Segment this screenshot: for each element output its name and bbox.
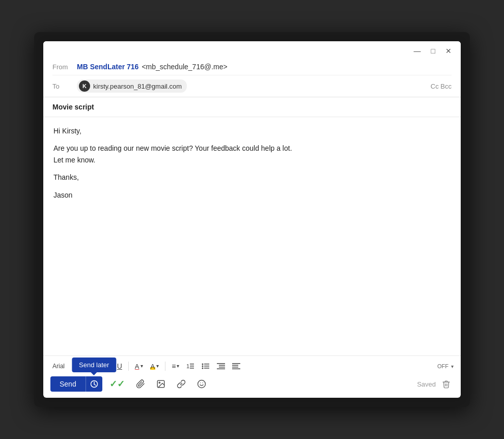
to-field: K kirsty.pearson_81@gmail.com bbox=[77, 79, 431, 93]
emoji-button[interactable] bbox=[193, 376, 210, 392]
svg-point-6 bbox=[202, 368, 204, 369]
indent-decrease-button[interactable] bbox=[214, 360, 228, 372]
font-color-arrow: ▾ bbox=[141, 364, 143, 369]
close-button[interactable]: ✕ bbox=[443, 46, 454, 56]
highlight-color-button[interactable]: A ▾ bbox=[147, 361, 162, 372]
compose-window: — □ ✕ From MB SendLater 716 <mb_schedule… bbox=[43, 41, 461, 398]
send-later-button[interactable]: Send later bbox=[86, 376, 102, 392]
svg-rect-11 bbox=[219, 365, 225, 366]
font-size-select[interactable]: 10 ▾ bbox=[70, 362, 86, 371]
svg-rect-16 bbox=[232, 367, 238, 368]
trash-icon bbox=[442, 380, 451, 389]
recipient-chip[interactable]: K kirsty.pearson_81@gmail.com bbox=[77, 79, 187, 93]
body-signature: Jason bbox=[53, 189, 451, 201]
ordered-list-button[interactable]: 1. bbox=[183, 360, 198, 372]
attachment-button[interactable] bbox=[132, 376, 149, 392]
svg-point-4 bbox=[202, 364, 204, 365]
svg-rect-14 bbox=[232, 363, 240, 364]
svg-rect-17 bbox=[232, 369, 240, 370]
svg-point-22 bbox=[159, 382, 160, 383]
body-closing: Thanks, bbox=[53, 172, 451, 183]
send-label: Send bbox=[60, 380, 76, 388]
emoji-icon bbox=[197, 379, 206, 389]
toolbar-area: Arial 10 ▾ B I U A ▾ A ▾ bbox=[43, 355, 461, 398]
to-label: To bbox=[52, 83, 77, 90]
unordered-list-button[interactable] bbox=[199, 360, 213, 372]
image-icon bbox=[156, 379, 165, 389]
maximize-button[interactable]: □ bbox=[429, 46, 437, 56]
title-bar: — □ ✕ bbox=[43, 41, 461, 59]
svg-rect-2 bbox=[190, 366, 194, 367]
svg-rect-3 bbox=[190, 368, 194, 369]
subject-text: Movie script bbox=[52, 103, 94, 111]
body-greeting: Hi Kirsty, bbox=[53, 125, 451, 136]
indent-increase-button[interactable] bbox=[229, 360, 243, 372]
bold-button[interactable]: B bbox=[93, 361, 104, 372]
svg-rect-7 bbox=[204, 364, 209, 365]
divider-3 bbox=[165, 362, 165, 371]
svg-point-23 bbox=[198, 380, 205, 388]
svg-rect-8 bbox=[204, 366, 209, 367]
from-label: From bbox=[52, 63, 77, 71]
to-row: To K kirsty.pearson_81@gmail.com Cc Bcc bbox=[52, 75, 452, 97]
from-name: MB SendLater 716 bbox=[77, 63, 138, 71]
italic-button[interactable]: I bbox=[105, 361, 113, 372]
recipient-email: kirsty.pearson_81@gmail.com bbox=[93, 83, 182, 90]
font-color-button[interactable]: A ▾ bbox=[132, 361, 146, 372]
svg-rect-9 bbox=[204, 368, 209, 369]
svg-rect-13 bbox=[217, 369, 225, 370]
highlight-color-arrow: ▾ bbox=[156, 364, 159, 369]
align-arrow: ▾ bbox=[177, 364, 179, 369]
off-arrow: ▾ bbox=[451, 364, 454, 369]
minimize-button[interactable]: — bbox=[412, 46, 423, 56]
window-shadow: — □ ✕ From MB SendLater 716 <mb_schedule… bbox=[34, 32, 470, 407]
delete-button[interactable] bbox=[439, 378, 454, 391]
off-label: OFF bbox=[437, 363, 449, 369]
formatting-toolbar: Arial 10 ▾ B I U A ▾ A ▾ bbox=[50, 360, 454, 372]
email-body[interactable]: Hi Kirsty, Are you up to reading our new… bbox=[43, 117, 461, 355]
svg-rect-10 bbox=[217, 363, 225, 364]
send-button-group: Send Send later bbox=[50, 376, 102, 392]
font-size-dropdown-arrow: ▾ bbox=[81, 364, 84, 369]
svg-rect-15 bbox=[232, 365, 238, 366]
header-fields: From MB SendLater 716 <mb_schedule_716@.… bbox=[43, 59, 461, 97]
link-icon bbox=[177, 379, 186, 389]
link-button[interactable] bbox=[173, 376, 190, 392]
font-family-select[interactable]: Arial bbox=[50, 362, 67, 371]
from-email: <mb_schedule_716@.me> bbox=[142, 63, 227, 71]
saved-label: Saved bbox=[417, 380, 436, 388]
clock-icon bbox=[90, 380, 98, 388]
align-button[interactable]: ≡ ▾ bbox=[169, 361, 182, 372]
subject-row: Movie script bbox=[43, 97, 461, 117]
svg-rect-1 bbox=[190, 364, 194, 365]
from-row: From MB SendLater 716 <mb_schedule_716@.… bbox=[52, 59, 452, 75]
avatar: K bbox=[79, 80, 90, 92]
divider-1 bbox=[89, 362, 90, 371]
svg-line-20 bbox=[94, 385, 96, 386]
svg-point-5 bbox=[202, 366, 204, 367]
confirm-button[interactable]: ✓✓ bbox=[105, 375, 129, 393]
attachment-icon bbox=[136, 379, 145, 389]
check-icon: ✓✓ bbox=[109, 378, 125, 390]
off-toggle[interactable]: OFF ▾ bbox=[437, 363, 454, 369]
divider-2 bbox=[128, 362, 129, 371]
body-main: Are you up to reading our new movie scri… bbox=[53, 143, 451, 166]
title-bar-controls: — □ ✕ bbox=[412, 46, 454, 56]
underline-button[interactable]: U bbox=[114, 361, 125, 372]
svg-rect-12 bbox=[219, 367, 225, 368]
image-button[interactable] bbox=[152, 376, 170, 392]
cc-bcc-button[interactable]: Cc Bcc bbox=[431, 83, 452, 90]
send-button[interactable]: Send bbox=[50, 376, 86, 392]
action-bar: Send Send later ✓✓ bbox=[50, 375, 454, 395]
